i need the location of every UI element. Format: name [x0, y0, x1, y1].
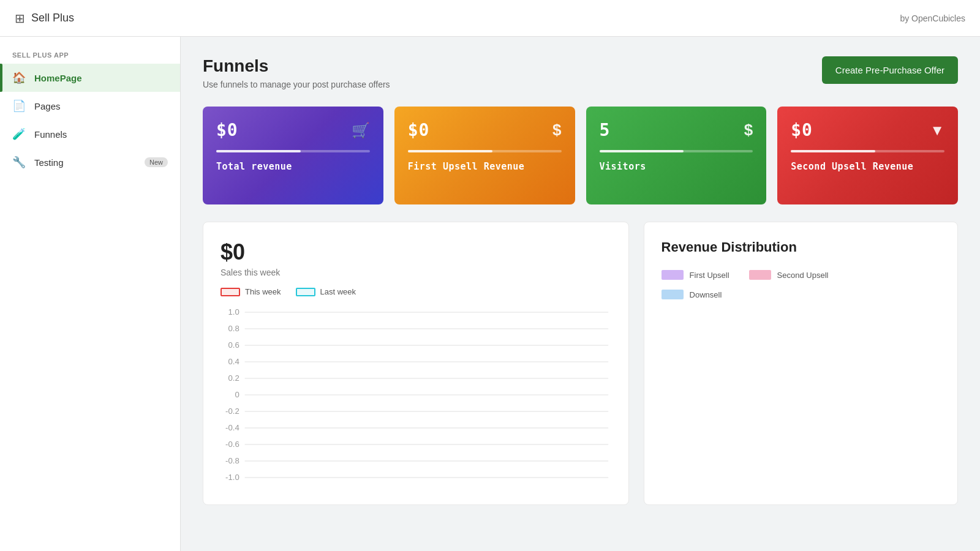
logo-icon: ⊞ [15, 11, 25, 26]
first-upsell-swatch [662, 270, 684, 280]
this-week-swatch [221, 288, 240, 296]
sidebar-item-pages[interactable]: 📄 Pages [0, 92, 180, 120]
stat-card-top-total-revenue: $0 🛒 [216, 120, 370, 140]
stat-card-second-upsell: $0 ▼ Second Upsell Revenue [777, 107, 958, 204]
app-title: Sell Plus [31, 12, 74, 24]
svg-text:0: 0 [235, 391, 239, 399]
dist-label-first-upsell: First Upsell [690, 271, 729, 280]
sales-chart-card: $0 Sales this week This week Last week [203, 222, 629, 505]
dollar-icon-green: $ [744, 121, 753, 140]
stat-progress-fill-visitors [600, 150, 684, 152]
stat-value-visitors: 5 [600, 120, 611, 140]
svg-text:0.8: 0.8 [228, 325, 239, 333]
svg-text:-0.8: -0.8 [225, 457, 239, 465]
create-pre-purchase-button[interactable]: Create Pre-Purchase Offer [822, 56, 958, 84]
funnels-icon: 🧪 [12, 127, 26, 141]
stat-progress-second-upsell [791, 150, 944, 152]
svg-text:1.0: 1.0 [228, 309, 239, 317]
dollar-icon-orange: $ [552, 121, 561, 140]
this-week-label: This week [245, 287, 281, 296]
last-week-label: Last week [320, 287, 356, 296]
stat-label-total-revenue: Total revenue [216, 161, 370, 172]
sidebar-item-homepage[interactable]: 🏠 HomePage [0, 64, 180, 92]
stat-card-top-visitors: 5 $ [600, 120, 753, 140]
svg-text:-0.2: -0.2 [225, 408, 239, 416]
testing-icon: 🔧 [12, 156, 26, 169]
topbar-left: ⊞ Sell Plus [15, 11, 74, 26]
filter-icon: ▼ [930, 122, 944, 139]
svg-text:-0.6: -0.6 [225, 441, 239, 449]
stat-card-first-upsell: $0 $ First Upsell Revenue [394, 107, 575, 204]
dist-legend-first-upsell: First Upsell [662, 270, 729, 280]
sidebar-item-label-funnels: Funnels [34, 129, 67, 140]
stat-label-first-upsell: First Upsell Revenue [408, 161, 562, 172]
last-week-swatch [296, 288, 315, 296]
chart-legend: This week Last week [221, 287, 611, 296]
header-text: Funnels Use funnels to manage your post … [203, 56, 390, 89]
sidebar-item-label-pages: Pages [34, 101, 61, 111]
stat-cards: $0 🛒 Total revenue $0 $ First Upsell Rev… [203, 107, 958, 204]
dist-label-second-upsell: Second Upsell [777, 271, 829, 280]
main-header: Funnels Use funnels to manage your post … [203, 56, 958, 89]
pages-icon: 📄 [12, 99, 26, 113]
chart-label: Sales this week [221, 268, 611, 277]
stat-card-top-first-upsell: $0 $ [408, 120, 562, 140]
chart-area: 1.0 0.8 0.6 0.4 0.2 0 -0.2 -0.4 -0.6 -0.… [221, 309, 611, 492]
page-subtitle: Use funnels to manage your post purchase… [203, 80, 390, 89]
layout: SELL PLUS APP 🏠 HomePage 📄 Pages 🧪 Funne… [0, 37, 980, 551]
svg-text:-1.0: -1.0 [225, 474, 239, 482]
stat-card-total-revenue: $0 🛒 Total revenue [203, 107, 383, 204]
stat-value-total-revenue: $0 [216, 120, 238, 140]
stat-label-visitors: Visitors [600, 161, 753, 172]
stat-progress-fill-total-revenue [216, 150, 301, 152]
sidebar: SELL PLUS APP 🏠 HomePage 📄 Pages 🧪 Funne… [0, 37, 181, 551]
sidebar-item-label-homepage: HomePage [34, 73, 82, 83]
home-icon: 🏠 [12, 71, 26, 84]
stat-card-top-second-upsell: $0 ▼ [791, 120, 944, 140]
distribution-legend: First Upsell Second Upsell Downsell [662, 270, 940, 299]
topbar-attribution: by OpenCubicles [900, 13, 965, 23]
sidebar-item-funnels[interactable]: 🧪 Funnels [0, 120, 180, 148]
stat-card-visitors: 5 $ Visitors [586, 107, 767, 204]
legend-last-week: Last week [296, 287, 356, 296]
cart-icon: 🛒 [352, 122, 370, 139]
stat-progress-visitors [600, 150, 753, 152]
dist-label-downsell: Downsell [690, 290, 722, 299]
stat-label-second-upsell: Second Upsell Revenue [791, 161, 944, 172]
svg-text:0.6: 0.6 [228, 342, 239, 350]
downsell-swatch [662, 290, 684, 299]
chart-amount: $0 [221, 239, 611, 265]
dist-legend-downsell: Downsell [662, 290, 940, 299]
distribution-title: Revenue Distribution [662, 239, 940, 255]
svg-text:-0.4: -0.4 [225, 424, 239, 432]
stat-value-first-upsell: $0 [408, 120, 430, 140]
revenue-distribution-card: Revenue Distribution First Upsell Second… [644, 222, 958, 505]
page-title: Funnels [203, 56, 390, 76]
stat-value-second-upsell: $0 [791, 120, 813, 140]
sidebar-item-label-testing: Testing [34, 157, 64, 168]
topbar: ⊞ Sell Plus by OpenCubicles [0, 0, 980, 37]
svg-text:0.2: 0.2 [228, 375, 239, 383]
stat-progress-total-revenue [216, 150, 370, 152]
stat-progress-fill-second-upsell [791, 150, 875, 152]
stat-progress-first-upsell [408, 150, 562, 152]
sidebar-item-testing[interactable]: 🔧 Testing New [0, 148, 180, 176]
sidebar-section-label: SELL PLUS APP [0, 47, 180, 64]
testing-badge: New [145, 157, 168, 167]
svg-text:0.4: 0.4 [228, 358, 239, 366]
chart-svg: 1.0 0.8 0.6 0.4 0.2 0 -0.2 -0.4 -0.6 -0.… [221, 309, 611, 492]
second-upsell-swatch [749, 270, 771, 280]
bottom-section: $0 Sales this week This week Last week [203, 222, 958, 505]
stat-progress-fill-first-upsell [408, 150, 492, 152]
main-content: Funnels Use funnels to manage your post … [181, 37, 980, 551]
dist-legend-second-upsell: Second Upsell [749, 270, 829, 280]
legend-this-week: This week [221, 287, 281, 296]
